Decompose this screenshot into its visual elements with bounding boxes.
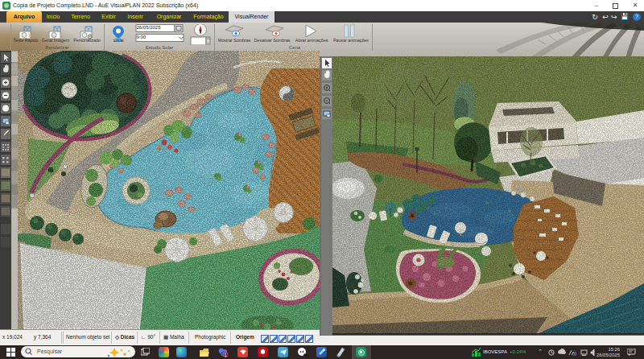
- svg-text:1: 1: [225, 353, 227, 357]
- svg-text:)): )): [573, 351, 576, 356]
